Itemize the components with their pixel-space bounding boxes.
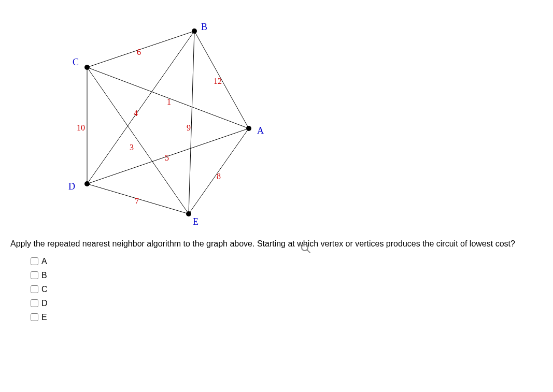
edge-label-C-E: 3 [130,143,134,152]
option-row-D[interactable]: D [29,298,543,309]
vertex-label-B: B [201,22,207,33]
question-text: Apply the repeated nearest neighbor algo… [10,238,529,250]
vertex-A [246,126,251,131]
option-row-A[interactable]: A [29,256,543,267]
vertex-label-A: A [257,125,264,136]
option-label-C: C [41,285,48,294]
vertex-D [84,181,90,186]
vertex-E [186,211,191,216]
svg-line-1 [307,250,310,253]
option-row-E[interactable]: E [29,312,543,323]
edge-label-D-E: 7 [135,197,139,206]
option-checkbox-D[interactable] [31,299,38,307]
option-checkbox-B[interactable] [31,271,38,279]
edge-label-A-B: 12 [214,77,222,86]
edge-B-E [189,31,194,214]
graph-svg [10,10,270,228]
option-label-B: B [41,271,47,280]
option-checkbox-A[interactable] [31,257,38,265]
edge-A-E [189,128,249,214]
edge-label-B-D: 4 [134,109,138,118]
vertex-C [84,65,90,70]
vertex-label-C: C [73,57,79,68]
vertex-label-E: E [193,216,198,227]
options-list: ABCDE [29,256,543,323]
edge-label-B-C: 6 [137,48,141,57]
option-label-A: A [41,257,47,266]
option-label-E: E [41,313,47,322]
vertex-label-D: D [68,181,75,192]
option-row-C[interactable]: C [29,284,543,295]
svg-point-0 [302,244,308,251]
edge-label-A-C: 1 [167,97,171,107]
edge-label-C-D: 10 [77,123,85,133]
option-checkbox-C[interactable] [31,285,38,293]
edge-C-E [87,67,189,214]
edge-label-A-E: 8 [217,172,221,181]
graph-container: ABCDE121586491037 [10,10,270,228]
option-checkbox-E[interactable] [31,313,38,321]
option-label-D: D [41,299,48,308]
edge-label-A-D: 5 [165,153,169,163]
option-row-B[interactable]: B [29,270,543,281]
vertex-B [192,28,197,34]
edge-label-B-E: 9 [187,123,191,133]
